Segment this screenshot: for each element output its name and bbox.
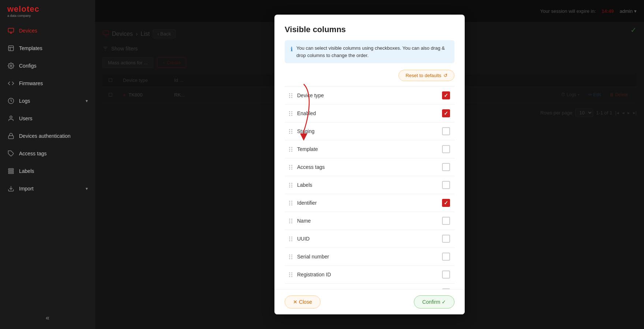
chevron-down-icon: ▾ <box>86 186 88 191</box>
info-box: ℹ You can select visible columns using c… <box>285 40 454 63</box>
drag-handle[interactable] <box>289 183 293 188</box>
column-checkbox-template[interactable] <box>442 145 450 153</box>
sidebar-item-label: Access tags <box>19 151 46 156</box>
sidebar-item-import[interactable]: Import ▾ <box>0 180 95 197</box>
sidebar-item-label: Users <box>19 116 33 121</box>
column-item-name: Name <box>285 212 454 230</box>
drag-handle[interactable] <box>289 165 293 170</box>
column-checkbox-enabled[interactable] <box>442 109 450 117</box>
column-item-labels: Labels <box>285 176 454 194</box>
sidebar: welotec a data company Devices Templates… <box>0 0 95 329</box>
import-icon <box>7 185 15 192</box>
sidebar-item-label: Import <box>19 186 34 192</box>
column-checkbox-staging[interactable] <box>442 127 450 135</box>
chevron-down-icon: ▾ <box>86 98 88 103</box>
templates-icon <box>7 45 15 52</box>
modal-title: Visible columns <box>285 25 454 34</box>
sidebar-item-logs[interactable]: Logs ▾ <box>0 92 95 110</box>
column-item-registration_id: Registration ID <box>285 266 454 284</box>
column-checkbox-uuid[interactable] <box>442 235 450 243</box>
column-item-access_tags: Access tags <box>285 158 454 176</box>
sidebar-item-access-tags[interactable]: Access tags <box>0 145 95 162</box>
drag-handle[interactable] <box>289 93 293 98</box>
column-label: UUID <box>297 236 438 242</box>
column-label: Device type <box>297 92 438 98</box>
column-item-template: Template <box>285 140 454 158</box>
svg-rect-12 <box>8 171 14 172</box>
column-checkbox-labels[interactable] <box>442 181 450 189</box>
access-tags-icon <box>7 150 15 157</box>
close-button[interactable]: ✕ Close <box>285 295 321 309</box>
logo: welotec a data company <box>0 0 95 22</box>
column-item-serial_number: Serial number <box>285 248 454 266</box>
sidebar-item-users[interactable]: Users <box>0 110 95 127</box>
devices-auth-icon <box>7 132 15 140</box>
column-label: Staging <box>297 128 438 134</box>
svg-point-6 <box>10 65 12 67</box>
users-icon <box>7 115 15 122</box>
sidebar-item-configs[interactable]: Configs <box>0 57 95 75</box>
column-label: Enabled <box>297 110 438 116</box>
sidebar-item-label: Templates <box>19 45 42 51</box>
info-text: You can select visible columns using che… <box>296 45 449 59</box>
drag-handle[interactable] <box>289 111 293 116</box>
svg-point-8 <box>10 116 12 118</box>
sidebar-item-firmwares[interactable]: Firmwares <box>0 75 95 92</box>
sidebar-item-label: Devices <box>19 28 37 34</box>
labels-icon <box>7 167 15 175</box>
column-checkbox-access_tags[interactable] <box>442 163 450 171</box>
reset-to-defaults-button[interactable]: Reset to defaults ↺ <box>398 70 454 81</box>
column-label: Template <box>297 146 438 152</box>
column-checkbox-registration_id[interactable] <box>442 271 450 279</box>
info-icon: ℹ <box>291 45 293 54</box>
column-item-endorsement_key: Endorsement key <box>285 284 454 289</box>
reset-icon: ↺ <box>443 73 448 78</box>
logo-sub: a data company <box>7 14 40 18</box>
column-checkbox-endorsement_key[interactable] <box>442 288 450 289</box>
sidebar-item-label: Logs <box>19 98 30 104</box>
collapse-sidebar-button[interactable]: « <box>46 314 49 322</box>
drag-handle[interactable] <box>289 237 293 241</box>
reset-label: Reset to defaults <box>405 73 441 78</box>
drag-handle[interactable] <box>289 254 293 259</box>
column-checkbox-identifier[interactable] <box>442 199 450 207</box>
svg-rect-11 <box>8 169 14 170</box>
sidebar-item-label: Labels <box>19 168 34 174</box>
column-item-device_type: Device type <box>285 87 454 105</box>
column-label: Serial number <box>297 254 438 260</box>
sidebar-item-label: Configs <box>19 63 36 69</box>
svg-rect-13 <box>8 173 14 174</box>
svg-rect-9 <box>8 136 14 139</box>
column-item-enabled: Enabled <box>285 105 454 122</box>
visible-columns-modal: Visible columns ℹ You can select visible… <box>274 15 465 314</box>
column-checkbox-name[interactable] <box>442 217 450 225</box>
modal-footer: ✕ Close Confirm ✓ <box>274 289 465 314</box>
devices-icon <box>7 27 15 34</box>
sidebar-item-devices-auth[interactable]: Devices authentication <box>0 127 95 145</box>
sidebar-item-label: Devices authentication <box>19 133 71 139</box>
drag-handle[interactable] <box>289 147 293 152</box>
column-label: Labels <box>297 182 438 188</box>
columns-list: Device type Enabled Staging Template Acc… <box>285 86 454 289</box>
sidebar-item-label: Firmwares <box>19 80 43 86</box>
logo-text: welotec <box>7 4 40 14</box>
sidebar-item-labels[interactable]: Labels <box>0 162 95 180</box>
drag-handle[interactable] <box>289 272 293 277</box>
column-checkbox-serial_number[interactable] <box>442 253 450 261</box>
logs-icon <box>7 97 15 105</box>
drag-handle[interactable] <box>289 219 293 223</box>
sidebar-item-templates[interactable]: Templates <box>0 39 95 57</box>
column-label: Access tags <box>297 164 438 170</box>
configs-icon <box>7 62 15 69</box>
sidebar-item-devices[interactable]: Devices <box>0 22 95 39</box>
confirm-button[interactable]: Confirm ✓ <box>414 295 454 309</box>
column-item-uuid: UUID <box>285 230 454 248</box>
drag-handle[interactable] <box>289 129 293 134</box>
firmwares-icon <box>7 80 15 87</box>
column-checkbox-device_type[interactable] <box>442 91 450 99</box>
svg-rect-3 <box>8 46 14 51</box>
column-label: Name <box>297 218 438 224</box>
modal-body: Visible columns ℹ You can select visible… <box>274 15 465 289</box>
sidebar-bottom: « <box>0 307 95 329</box>
drag-handle[interactable] <box>289 201 293 205</box>
